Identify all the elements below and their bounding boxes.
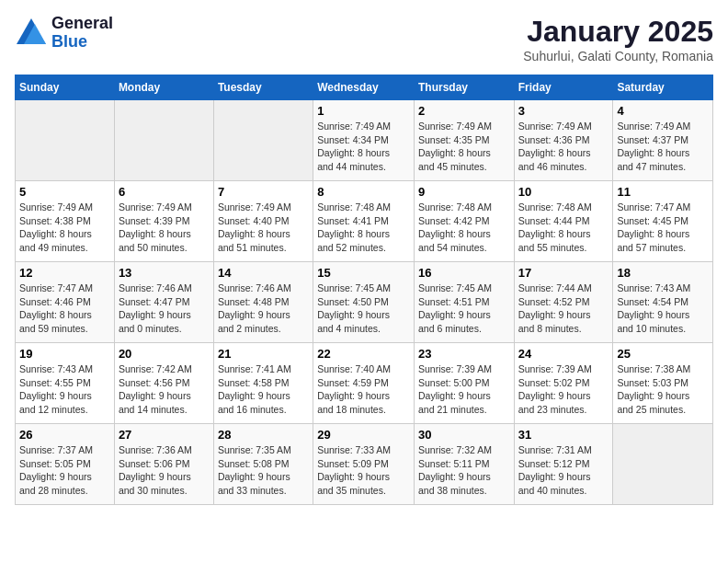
header-day: Thursday — [414, 75, 514, 100]
month-title: January 2025 — [523, 15, 713, 49]
header-day: Friday — [514, 75, 613, 100]
day-info: Sunrise: 7:42 AM Sunset: 4:56 PM Dayligh… — [119, 362, 210, 417]
calendar-cell: 9Sunrise: 7:48 AM Sunset: 4:42 PM Daylig… — [414, 181, 514, 262]
day-number: 21 — [218, 347, 309, 361]
day-number: 4 — [617, 104, 709, 118]
day-info: Sunrise: 7:35 AM Sunset: 5:08 PM Dayligh… — [218, 443, 309, 498]
day-number: 5 — [19, 185, 110, 199]
day-number: 3 — [518, 104, 609, 118]
day-info: Sunrise: 7:49 AM Sunset: 4:36 PM Dayligh… — [518, 120, 609, 174]
day-info: Sunrise: 7:33 AM Sunset: 5:09 PM Dayligh… — [317, 443, 410, 498]
header-day: Tuesday — [213, 75, 313, 100]
calendar-cell: 5Sunrise: 7:49 AM Sunset: 4:38 PM Daylig… — [16, 181, 115, 262]
logo-blue: Blue — [51, 33, 113, 52]
calendar-cell: 19Sunrise: 7:43 AM Sunset: 4:55 PM Dayli… — [16, 343, 115, 424]
day-number: 24 — [518, 347, 609, 361]
day-number: 28 — [218, 428, 309, 442]
location-subtitle: Suhurlui, Galati County, Romania — [523, 49, 713, 63]
title-block: January 2025 Suhurlui, Galati County, Ro… — [523, 15, 713, 63]
day-info: Sunrise: 7:32 AM Sunset: 5:11 PM Dayligh… — [418, 443, 510, 498]
calendar-cell: 6Sunrise: 7:49 AM Sunset: 4:39 PM Daylig… — [114, 181, 213, 262]
day-info: Sunrise: 7:48 AM Sunset: 4:44 PM Dayligh… — [518, 201, 609, 255]
day-info: Sunrise: 7:45 AM Sunset: 4:51 PM Dayligh… — [418, 282, 510, 336]
calendar-cell: 16Sunrise: 7:45 AM Sunset: 4:51 PM Dayli… — [414, 262, 514, 343]
day-number: 29 — [317, 428, 410, 442]
header-day: Saturday — [613, 75, 713, 100]
day-info: Sunrise: 7:39 AM Sunset: 5:00 PM Dayligh… — [418, 362, 510, 417]
logo-general: General — [51, 15, 113, 33]
day-info: Sunrise: 7:49 AM Sunset: 4:34 PM Dayligh… — [317, 120, 410, 174]
calendar-cell: 25Sunrise: 7:38 AM Sunset: 5:03 PM Dayli… — [613, 343, 713, 424]
calendar-cell: 22Sunrise: 7:40 AM Sunset: 4:59 PM Dayli… — [313, 343, 415, 424]
calendar-cell — [114, 100, 213, 181]
calendar-cell: 31Sunrise: 7:31 AM Sunset: 5:12 PM Dayli… — [514, 424, 613, 505]
day-number: 14 — [218, 266, 309, 280]
day-info: Sunrise: 7:43 AM Sunset: 4:55 PM Dayligh… — [19, 362, 110, 417]
header-day: Monday — [114, 75, 213, 100]
calendar-cell — [613, 424, 713, 505]
day-info: Sunrise: 7:36 AM Sunset: 5:06 PM Dayligh… — [119, 443, 210, 498]
day-number: 30 — [418, 428, 510, 442]
day-number: 7 — [218, 185, 309, 199]
day-number: 22 — [317, 347, 410, 361]
logo: General Blue — [15, 15, 113, 52]
calendar-cell: 29Sunrise: 7:33 AM Sunset: 5:09 PM Dayli… — [313, 424, 415, 505]
day-number: 17 — [518, 266, 609, 280]
day-info: Sunrise: 7:49 AM Sunset: 4:35 PM Dayligh… — [418, 120, 510, 174]
calendar-week-row: 1Sunrise: 7:49 AM Sunset: 4:34 PM Daylig… — [16, 100, 713, 181]
day-number: 6 — [119, 185, 210, 199]
logo-icon — [15, 17, 48, 50]
day-number: 16 — [418, 266, 510, 280]
calendar-cell — [16, 100, 115, 181]
calendar-cell: 26Sunrise: 7:37 AM Sunset: 5:05 PM Dayli… — [16, 424, 115, 505]
calendar-cell: 8Sunrise: 7:48 AM Sunset: 4:41 PM Daylig… — [313, 181, 415, 262]
day-info: Sunrise: 7:48 AM Sunset: 4:41 PM Dayligh… — [317, 201, 410, 255]
day-info: Sunrise: 7:45 AM Sunset: 4:50 PM Dayligh… — [317, 282, 410, 336]
calendar-week-row: 26Sunrise: 7:37 AM Sunset: 5:05 PM Dayli… — [16, 424, 713, 505]
day-number: 12 — [19, 266, 110, 280]
calendar-table: SundayMondayTuesdayWednesdayThursdayFrid… — [15, 75, 713, 505]
day-number: 19 — [19, 347, 110, 361]
header-row: SundayMondayTuesdayWednesdayThursdayFrid… — [16, 75, 713, 100]
header-day: Wednesday — [313, 75, 415, 100]
calendar-cell: 12Sunrise: 7:47 AM Sunset: 4:46 PM Dayli… — [16, 262, 115, 343]
day-number: 9 — [418, 185, 510, 199]
calendar-cell: 21Sunrise: 7:41 AM Sunset: 4:58 PM Dayli… — [213, 343, 313, 424]
day-number: 15 — [317, 266, 410, 280]
header-day: Sunday — [16, 75, 115, 100]
calendar-cell: 17Sunrise: 7:44 AM Sunset: 4:52 PM Dayli… — [514, 262, 613, 343]
calendar-cell: 14Sunrise: 7:46 AM Sunset: 4:48 PM Dayli… — [213, 262, 313, 343]
day-number: 2 — [418, 104, 510, 118]
calendar-cell: 10Sunrise: 7:48 AM Sunset: 4:44 PM Dayli… — [514, 181, 613, 262]
calendar-cell: 4Sunrise: 7:49 AM Sunset: 4:37 PM Daylig… — [613, 100, 713, 181]
day-number: 25 — [617, 347, 709, 361]
day-number: 11 — [617, 185, 709, 199]
calendar-cell: 23Sunrise: 7:39 AM Sunset: 5:00 PM Dayli… — [414, 343, 514, 424]
calendar-cell: 1Sunrise: 7:49 AM Sunset: 4:34 PM Daylig… — [313, 100, 415, 181]
calendar-cell — [213, 100, 313, 181]
calendar-week-row: 19Sunrise: 7:43 AM Sunset: 4:55 PM Dayli… — [16, 343, 713, 424]
calendar-cell: 20Sunrise: 7:42 AM Sunset: 4:56 PM Dayli… — [114, 343, 213, 424]
day-number: 26 — [19, 428, 110, 442]
logo-text: General Blue — [51, 15, 113, 52]
day-info: Sunrise: 7:47 AM Sunset: 4:46 PM Dayligh… — [19, 282, 110, 336]
day-info: Sunrise: 7:49 AM Sunset: 4:37 PM Dayligh… — [617, 120, 709, 174]
day-info: Sunrise: 7:49 AM Sunset: 4:40 PM Dayligh… — [218, 201, 309, 255]
day-info: Sunrise: 7:38 AM Sunset: 5:03 PM Dayligh… — [617, 362, 709, 417]
day-info: Sunrise: 7:46 AM Sunset: 4:47 PM Dayligh… — [119, 282, 210, 336]
calendar-cell: 7Sunrise: 7:49 AM Sunset: 4:40 PM Daylig… — [213, 181, 313, 262]
day-info: Sunrise: 7:40 AM Sunset: 4:59 PM Dayligh… — [317, 362, 410, 417]
day-number: 8 — [317, 185, 410, 199]
calendar-cell: 30Sunrise: 7:32 AM Sunset: 5:11 PM Dayli… — [414, 424, 514, 505]
day-info: Sunrise: 7:47 AM Sunset: 4:45 PM Dayligh… — [617, 201, 709, 255]
day-info: Sunrise: 7:48 AM Sunset: 4:42 PM Dayligh… — [418, 201, 510, 255]
calendar-cell: 15Sunrise: 7:45 AM Sunset: 4:50 PM Dayli… — [313, 262, 415, 343]
day-number: 1 — [317, 104, 410, 118]
day-number: 18 — [617, 266, 709, 280]
day-info: Sunrise: 7:44 AM Sunset: 4:52 PM Dayligh… — [518, 282, 609, 336]
day-info: Sunrise: 7:37 AM Sunset: 5:05 PM Dayligh… — [19, 443, 110, 498]
day-number: 31 — [518, 428, 609, 442]
day-number: 23 — [418, 347, 510, 361]
day-info: Sunrise: 7:49 AM Sunset: 4:39 PM Dayligh… — [119, 201, 210, 255]
calendar-cell: 13Sunrise: 7:46 AM Sunset: 4:47 PM Dayli… — [114, 262, 213, 343]
